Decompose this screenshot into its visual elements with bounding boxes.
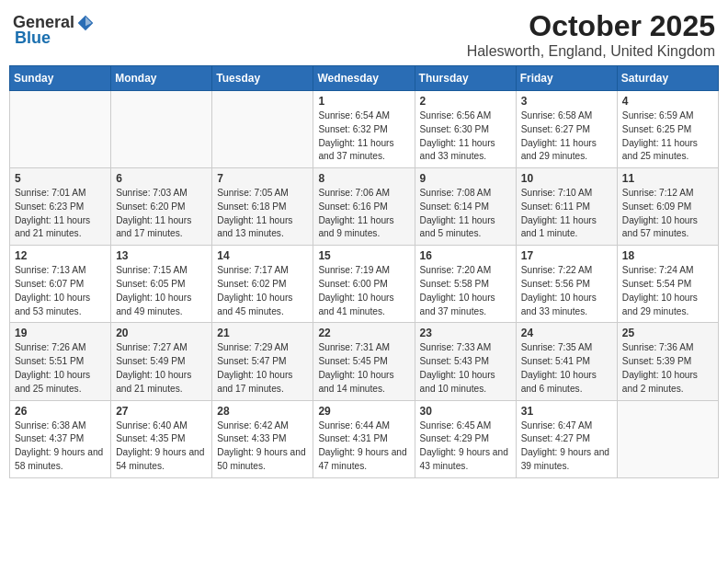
cell-daylight-info: Sunrise: 7:24 AM Sunset: 5:54 PM Dayligh… xyxy=(622,264,713,318)
calendar-week-row: 1Sunrise: 6:54 AM Sunset: 6:32 PM Daylig… xyxy=(10,91,719,168)
weekday-header-sunday: Sunday xyxy=(10,66,111,91)
cell-daylight-info: Sunrise: 6:44 AM Sunset: 4:31 PM Dayligh… xyxy=(318,419,409,474)
calendar-cell xyxy=(111,91,212,168)
calendar-cell: 13Sunrise: 7:15 AM Sunset: 6:05 PM Dayli… xyxy=(111,246,212,323)
day-number: 16 xyxy=(420,249,511,262)
weekday-header-saturday: Saturday xyxy=(617,66,718,91)
cell-daylight-info: Sunrise: 7:13 AM Sunset: 6:07 PM Dayligh… xyxy=(15,264,106,318)
calendar-cell: 4Sunrise: 6:59 AM Sunset: 6:25 PM Daylig… xyxy=(617,91,718,168)
weekday-header-thursday: Thursday xyxy=(415,66,516,91)
cell-daylight-info: Sunrise: 6:45 AM Sunset: 4:29 PM Dayligh… xyxy=(420,419,511,474)
weekday-header-monday: Monday xyxy=(111,66,212,91)
calendar-cell: 22Sunrise: 7:31 AM Sunset: 5:45 PM Dayli… xyxy=(313,323,415,400)
day-number: 21 xyxy=(217,327,308,339)
day-number: 24 xyxy=(521,327,612,339)
day-number: 4 xyxy=(622,95,713,108)
day-number: 29 xyxy=(318,405,409,418)
cell-daylight-info: Sunrise: 6:38 AM Sunset: 4:37 PM Dayligh… xyxy=(15,419,106,474)
cell-daylight-info: Sunrise: 6:56 AM Sunset: 6:30 PM Dayligh… xyxy=(420,109,511,164)
day-number: 6 xyxy=(116,172,207,185)
cell-daylight-info: Sunrise: 7:33 AM Sunset: 5:43 PM Dayligh… xyxy=(420,341,511,396)
cell-daylight-info: Sunrise: 7:03 AM Sunset: 6:20 PM Dayligh… xyxy=(116,187,207,241)
cell-daylight-info: Sunrise: 7:01 AM Sunset: 6:23 PM Dayligh… xyxy=(15,187,106,241)
day-number: 10 xyxy=(521,172,612,185)
page-subtitle: Halesworth, England, United Kingdom xyxy=(467,43,715,60)
title-block: October 2025 Halesworth, England, United… xyxy=(467,9,715,60)
calendar-cell: 11Sunrise: 7:12 AM Sunset: 6:09 PM Dayli… xyxy=(617,168,718,246)
cell-daylight-info: Sunrise: 6:42 AM Sunset: 4:33 PM Dayligh… xyxy=(217,419,308,474)
cell-daylight-info: Sunrise: 7:22 AM Sunset: 5:56 PM Dayligh… xyxy=(521,264,612,318)
day-number: 15 xyxy=(318,249,409,262)
cell-daylight-info: Sunrise: 7:15 AM Sunset: 6:05 PM Dayligh… xyxy=(116,264,207,318)
calendar-table: SundayMondayTuesdayWednesdayThursdayFrid… xyxy=(9,65,719,478)
calendar-cell: 19Sunrise: 7:26 AM Sunset: 5:51 PM Dayli… xyxy=(10,323,111,400)
cell-daylight-info: Sunrise: 7:06 AM Sunset: 6:16 PM Dayligh… xyxy=(318,187,409,241)
cell-daylight-info: Sunrise: 7:12 AM Sunset: 6:09 PM Dayligh… xyxy=(622,187,713,241)
calendar-cell: 5Sunrise: 7:01 AM Sunset: 6:23 PM Daylig… xyxy=(10,168,111,246)
cell-daylight-info: Sunrise: 7:31 AM Sunset: 5:45 PM Dayligh… xyxy=(318,341,409,396)
calendar-cell: 21Sunrise: 7:29 AM Sunset: 5:47 PM Dayli… xyxy=(212,323,313,400)
day-number: 11 xyxy=(622,172,713,185)
weekday-header-tuesday: Tuesday xyxy=(212,66,313,91)
cell-daylight-info: Sunrise: 7:35 AM Sunset: 5:41 PM Dayligh… xyxy=(521,341,612,396)
page-header: General Blue October 2025 Halesworth, En… xyxy=(9,9,719,60)
cell-daylight-info: Sunrise: 6:54 AM Sunset: 6:32 PM Dayligh… xyxy=(318,109,409,164)
cell-daylight-info: Sunrise: 7:20 AM Sunset: 5:58 PM Dayligh… xyxy=(420,264,511,318)
cell-daylight-info: Sunrise: 7:26 AM Sunset: 5:51 PM Dayligh… xyxy=(15,341,106,396)
day-number: 18 xyxy=(622,249,713,262)
logo: General Blue xyxy=(13,13,97,48)
calendar-cell xyxy=(212,91,313,168)
calendar-cell: 3Sunrise: 6:58 AM Sunset: 6:27 PM Daylig… xyxy=(516,91,617,168)
page-title: October 2025 xyxy=(467,9,715,43)
day-number: 20 xyxy=(116,327,207,339)
day-number: 22 xyxy=(318,327,409,339)
calendar-cell: 18Sunrise: 7:24 AM Sunset: 5:54 PM Dayli… xyxy=(617,246,718,323)
cell-daylight-info: Sunrise: 6:59 AM Sunset: 6:25 PM Dayligh… xyxy=(622,109,713,164)
calendar-cell: 9Sunrise: 7:08 AM Sunset: 6:14 PM Daylig… xyxy=(415,168,516,246)
day-number: 25 xyxy=(622,327,713,339)
calendar-cell: 17Sunrise: 7:22 AM Sunset: 5:56 PM Dayli… xyxy=(516,246,617,323)
calendar-cell: 7Sunrise: 7:05 AM Sunset: 6:18 PM Daylig… xyxy=(212,168,313,246)
day-number: 17 xyxy=(521,249,612,262)
cell-daylight-info: Sunrise: 7:17 AM Sunset: 6:02 PM Dayligh… xyxy=(217,264,308,318)
cell-daylight-info: Sunrise: 7:05 AM Sunset: 6:18 PM Dayligh… xyxy=(217,187,308,241)
calendar-cell: 28Sunrise: 6:42 AM Sunset: 4:33 PM Dayli… xyxy=(212,400,313,477)
day-number: 28 xyxy=(217,405,308,418)
calendar-cell: 2Sunrise: 6:56 AM Sunset: 6:30 PM Daylig… xyxy=(415,91,516,168)
day-number: 5 xyxy=(15,172,106,185)
calendar-cell: 29Sunrise: 6:44 AM Sunset: 4:31 PM Dayli… xyxy=(313,400,415,477)
day-number: 30 xyxy=(420,405,511,418)
cell-daylight-info: Sunrise: 7:08 AM Sunset: 6:14 PM Dayligh… xyxy=(420,187,511,241)
logo-icon xyxy=(76,14,95,32)
calendar-cell: 24Sunrise: 7:35 AM Sunset: 5:41 PM Dayli… xyxy=(516,323,617,400)
calendar-week-row: 12Sunrise: 7:13 AM Sunset: 6:07 PM Dayli… xyxy=(10,246,719,323)
cell-daylight-info: Sunrise: 6:40 AM Sunset: 4:35 PM Dayligh… xyxy=(116,419,207,474)
cell-daylight-info: Sunrise: 7:36 AM Sunset: 5:39 PM Dayligh… xyxy=(622,341,713,396)
calendar-cell xyxy=(617,400,718,477)
day-number: 14 xyxy=(217,249,308,262)
calendar-week-row: 19Sunrise: 7:26 AM Sunset: 5:51 PM Dayli… xyxy=(10,323,719,400)
day-number: 13 xyxy=(116,249,207,262)
day-number: 9 xyxy=(420,172,511,185)
calendar-cell: 15Sunrise: 7:19 AM Sunset: 6:00 PM Dayli… xyxy=(313,246,415,323)
calendar-week-row: 26Sunrise: 6:38 AM Sunset: 4:37 PM Dayli… xyxy=(10,400,719,477)
calendar-cell: 31Sunrise: 6:47 AM Sunset: 4:27 PM Dayli… xyxy=(516,400,617,477)
calendar-cell: 23Sunrise: 7:33 AM Sunset: 5:43 PM Dayli… xyxy=(415,323,516,400)
calendar-cell xyxy=(10,91,111,168)
calendar-cell: 27Sunrise: 6:40 AM Sunset: 4:35 PM Dayli… xyxy=(111,400,212,477)
calendar-cell: 16Sunrise: 7:20 AM Sunset: 5:58 PM Dayli… xyxy=(415,246,516,323)
weekday-header-friday: Friday xyxy=(516,66,617,91)
cell-daylight-info: Sunrise: 7:29 AM Sunset: 5:47 PM Dayligh… xyxy=(217,341,308,396)
calendar-cell: 25Sunrise: 7:36 AM Sunset: 5:39 PM Dayli… xyxy=(617,323,718,400)
day-number: 12 xyxy=(15,249,106,262)
cell-daylight-info: Sunrise: 7:10 AM Sunset: 6:11 PM Dayligh… xyxy=(521,187,612,241)
calendar-cell: 8Sunrise: 7:06 AM Sunset: 6:16 PM Daylig… xyxy=(313,168,415,246)
weekday-header-row: SundayMondayTuesdayWednesdayThursdayFrid… xyxy=(10,66,719,91)
day-number: 8 xyxy=(318,172,409,185)
cell-daylight-info: Sunrise: 7:27 AM Sunset: 5:49 PM Dayligh… xyxy=(116,341,207,396)
day-number: 19 xyxy=(15,327,106,339)
calendar-week-row: 5Sunrise: 7:01 AM Sunset: 6:23 PM Daylig… xyxy=(10,168,719,246)
calendar-cell: 10Sunrise: 7:10 AM Sunset: 6:11 PM Dayli… xyxy=(516,168,617,246)
cell-daylight-info: Sunrise: 6:58 AM Sunset: 6:27 PM Dayligh… xyxy=(521,109,612,164)
day-number: 3 xyxy=(521,95,612,108)
